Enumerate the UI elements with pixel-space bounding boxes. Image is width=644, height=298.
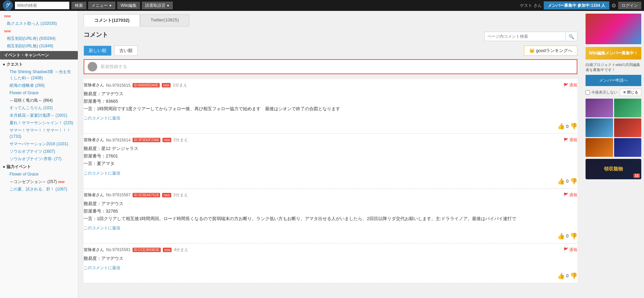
comment-search-button[interactable]: 🔍 [566,32,577,41]
sort-old-button[interactable]: 古い順 [114,46,138,56]
comment-new-badge: new [163,248,172,252]
comment-header: 冒険者さん No.97915614 ID:3F3DDF23A6 new 2分まえ… [84,137,577,143]
new-badge: new [58,180,65,184]
language-select-button[interactable]: 請選取語言 ▼ [142,2,173,9]
image-cell-4[interactable] [614,118,642,137]
vote-good-count: 0 [566,273,569,278]
tab-comment[interactable]: コメント(127032) [84,14,140,27]
sidebar-item-flower-grace-collab[interactable]: Flower of Grace [5,170,78,178]
comment-header: 冒険者さん No.97915581 ID:CCE3659E0E new 4分まえ… [84,247,577,253]
vote-bad-icon[interactable]: 👎 [570,178,577,185]
sidebar-item-natsu[interactable]: 夏れ！サマーサンシャイン！ (225) [5,119,78,127]
sidebar-item-summer-vacation[interactable]: サマーバケーション2016 (1031) [5,140,78,148]
comment-header: 冒険者さん No.97915615 ID:66600E0A0E new 1分まえ… [84,82,577,88]
image-cell-6[interactable] [614,138,642,157]
wiki-search-button[interactable]: 検索 [71,2,86,9]
comment-new-badge: new [162,138,171,142]
sidebar-item-soul-nights[interactable]: ソウルオブナイツ (1607) [5,148,78,155]
comment-new-badge: new [162,193,171,197]
sidebar-item-new2: new [0,27,78,35]
sidebar-item-suigetsu[interactable]: 水月鏡花～宴宴討鬼譚～ (1601) [5,112,78,119]
new-badge: new [4,14,11,18]
good-ranking-button[interactable]: 👑 goodランキングへ [524,46,577,56]
close-banner-row: 今後表示しない ✕ 閉じる [586,89,641,96]
comment-footer: 👍 0 👎 [84,232,577,240]
chevron-down-icon: ▼ [109,4,112,7]
wiki-recruit-button[interactable]: Wiki編集メンバー募集中！ [586,47,641,60]
comment-id-badge: ID:3C8EA6761B [133,193,160,197]
comment-number: No.97915614 [106,138,130,143]
image-cell-3[interactable] [586,118,613,137]
sidebar-item-flower-grace[interactable]: Flower of Grace [5,89,78,97]
wiki-edit-button[interactable]: Wiki編集 [117,2,140,9]
comment-controls: 新しい順 古い順 👑 goodランキングへ [84,46,577,56]
vote-good-icon[interactable]: 👍 [557,272,565,280]
comment-id-badge: ID:CCE3659E0E [133,248,161,252]
comment-number: No.97915581 [106,247,130,252]
vote-bad-icon[interactable]: 👎 [570,272,577,280]
vote-good-count: 0 [566,124,569,129]
logo[interactable]: グ [3,0,13,11]
comment-report-button[interactable]: 🚩通報 [563,247,577,253]
comment-footer: 👍 0 👎 [84,122,577,130]
sidebar-item-summer[interactable]: サマー！サマー！！サマー！！！ (1733) [5,127,78,140]
comment-reply-link[interactable]: このコメントに返信 [84,171,120,176]
hide-checkbox[interactable] [586,90,590,95]
image-cell-1[interactable] [586,99,613,117]
new-post-box[interactable]: 新規投稿する [84,59,577,74]
sidebar-item-soul-nights-prequel[interactable]: ソウルオブナイツ-序章- (77) [5,155,78,163]
comment-report-button[interactable]: 🚩通報 [563,192,577,198]
comments-list: 冒険者さん No.97915615 ID:66600E0A0E new 1分まえ… [84,79,577,283]
vote-good-count: 0 [566,233,569,238]
comment-username: 冒険者さん [84,192,104,198]
comment-section-title: コメント [84,31,108,39]
sidebar-item-island-quest[interactable]: 島クエスト助っ人 (102035) [3,20,78,27]
new-badge: new [4,29,11,33]
sidebar-item-sutten[interactable]: すってんころりん (102) [5,104,78,112]
comment-reply-link[interactable]: このコメントに返信 [84,265,120,270]
chevron-down-icon: ▼ [167,4,170,7]
ryuu-banner[interactable]: 領収龍物 15 [586,159,641,179]
comment-time: 3分まえ [173,192,188,198]
new-post-placeholder: 新規投稿する [101,64,127,70]
comment-number: No.97915587 [106,193,130,197]
member-recruit-button[interactable]: メンバー募集中 参加中:1334 人 [544,1,609,10]
vote-good-icon[interactable]: 👍 [557,232,565,240]
sidebar-section-event: イベント・キャンペーン [0,51,78,60]
sort-new-button[interactable]: 新しい順 [84,46,111,56]
comment-report-button[interactable]: 🚩通報 [563,137,577,143]
sidebar-item-mutual-url[interactable]: 相互初顔(URL有) (930284) [3,35,78,42]
sidebar-item-mutual-no-url[interactable]: 相互初顔(URL無) (31849) [3,42,78,50]
sidebar-item-kimo[interactable]: この夏、試される、肝！ (1067) [5,185,78,193]
login-button[interactable]: ログイン [618,2,641,9]
comment-body: 難易度：アマデウス 部屋番号：93665 一言：1時間周回です1度クリアーしてか… [84,89,577,113]
comment-footer: 👍 0 👎 [84,272,577,280]
vote-bad-icon[interactable]: 👎 [570,122,577,130]
vote-bad-icon[interactable]: 👎 [570,232,577,240]
comment-reply-link[interactable]: このコメントに返信 [84,116,120,120]
comment-reply-link[interactable]: このコメントに返信 [84,226,120,230]
comment-body: 難易度：星12 デンジャラス 部屋番号：27601 一言：夏アマタ [84,144,577,168]
comment-id-badge: ID:66600E0A0E [133,83,160,87]
menu-button[interactable]: メニュー ▼ [88,2,115,9]
sidebar-category-quest: ● クエスト [0,60,78,68]
image-cell-5[interactable] [586,138,613,157]
settings-icon[interactable]: ⚙ [611,2,616,9]
comment-report-button[interactable]: 🚩通報 [563,82,577,88]
comment-time: 2分まえ [173,137,188,143]
vote-good-icon[interactable]: 👍 [557,178,565,185]
member-apply-button[interactable]: メンバー申請へ [586,75,641,86]
comment-search-input[interactable] [484,32,566,41]
vote-good-icon[interactable]: 👍 [557,122,565,130]
layout: new 島クエスト助っ人 (102035) new 相互初顔(URL有) (93… [0,11,644,298]
close-banner-button[interactable]: ✕ 閉じる [620,89,641,96]
sidebar-item-zekkai[interactable]: 絶海の侵略者 (266) [5,82,78,89]
sidebar-item-shining-shadow[interactable]: The Shining Shadow3章 ～光を失くした剣～ (2408) [5,68,78,82]
image-cell-2[interactable] [614,99,642,117]
main-content: コメント(127032) Twitter(10825) コメント 🔍 新しい順 … [78,11,583,298]
comment-id-badge: ID:3F3DDF23A6 [133,138,160,142]
tab-twitter[interactable]: Twitter(10825) [140,14,189,27]
table-row: 冒険者さん No.97915615 ID:66600E0A0E new 1分まえ… [84,79,577,134]
new-post-avatar [88,62,97,71]
wiki-search-input[interactable] [15,2,69,9]
